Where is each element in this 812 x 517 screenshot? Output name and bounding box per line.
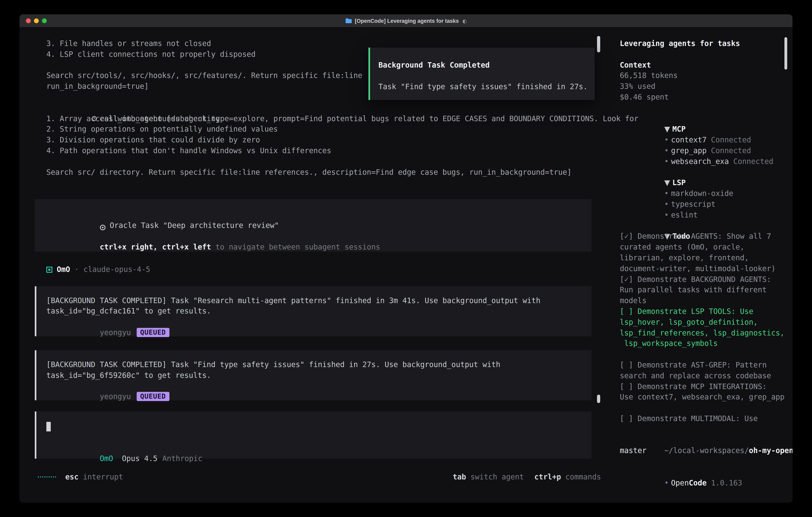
bullet-icon: • (664, 200, 671, 208)
blank-line (620, 349, 784, 360)
hint-text: to navigate between subagent sessions (211, 243, 380, 251)
todo-line-active: [ ] Demonstrate LSP TOOLS: Use (620, 306, 784, 317)
blank-line (46, 432, 591, 443)
close-button[interactable] (26, 19, 31, 23)
app-name-bold: Code (689, 479, 707, 487)
zoom-button[interactable] (42, 19, 47, 23)
context-tokens: 66,518 tokens (620, 71, 784, 81)
mcp-heading: MCP (672, 125, 686, 133)
context-heading: Context (620, 60, 784, 71)
mcp-name: websearch_exa (671, 157, 729, 166)
collapse-triangle-icon: ▼ (664, 179, 672, 187)
mcp-section-header[interactable]: ▼ MCP (620, 113, 784, 124)
tool-call-args: [subagent_type=explore, prompt=Find pote… (162, 114, 639, 123)
tool-call-line: ⚙ call_omo_agent [subagent_type=explore,… (46, 103, 611, 113)
status-badge: QUEUED (137, 328, 169, 337)
scrollbar-thumb[interactable] (597, 394, 600, 403)
input-provider-name: Anthropic (162, 454, 202, 462)
bullet-icon: • (664, 157, 671, 166)
todo-line: document-writer, multimodal-looker) (620, 263, 784, 274)
spinner: ········· (37, 472, 56, 483)
window-content: 3. File handles or streams not closed 4.… (20, 28, 792, 503)
blank-line (378, 71, 587, 82)
tab-key-label: switch agent (470, 472, 524, 483)
agent-icon (46, 267, 52, 272)
context-used: 33% used (620, 81, 784, 92)
agent-name: OmO (57, 264, 70, 275)
toast-title: Background Task Completed (378, 60, 587, 71)
bullet-icon: • (664, 211, 671, 219)
todo-line-active: lsp_find_references, lsp_diagnostics, (620, 328, 784, 338)
oracle-task-hint: ctrl+x right, ctrl+x left to navigate be… (46, 231, 591, 242)
mcp-name: grep_app (671, 146, 706, 155)
message-line: [BACKGROUND TASK COMPLETED] Task "Resear… (46, 295, 591, 306)
minimize-button[interactable] (34, 19, 39, 23)
oracle-task-title: Oracle Task "Deep architecture review" (110, 221, 279, 229)
oracle-icon (100, 225, 105, 230)
statusbar: ········· esc interrupt tab switch agent… (37, 472, 601, 483)
mcp-name: context7 (671, 136, 706, 144)
message-meta: yeongyuQUEUED (46, 317, 591, 327)
todo-line: models (620, 296, 784, 306)
oracle-task-panel[interactable]: Oracle Task "Deep architecture review" c… (35, 199, 591, 251)
lsp-heading: LSP (672, 179, 686, 187)
commands-key-label: commands (566, 472, 601, 483)
status-badge: QUEUED (137, 392, 169, 401)
prompt-input[interactable]: OmOOpus 4.5Anthropic (35, 412, 591, 459)
app-name: Open (671, 479, 689, 487)
bullet-icon: • (664, 136, 671, 144)
hint-keys: ctrl+x right, ctrl+x left (100, 243, 211, 251)
toast-notification: Background Task Completed Task "Find typ… (369, 48, 594, 100)
blank-line (620, 424, 784, 435)
blank-line (620, 49, 784, 60)
titlebar[interactable]: [OpenCode] Leveraging agents for tasks ◐ (20, 15, 792, 28)
message-line: task_id="bg_6f59260c" to get results. (46, 370, 591, 381)
terminal-window: [OpenCode] Leveraging agents for tasks ◐… (19, 14, 793, 503)
chat-pane: 3. File handles or streams not closed 4.… (20, 28, 611, 503)
esc-key-label: interrupt (83, 472, 123, 483)
bullet-icon: • (664, 479, 671, 487)
lsp-name: eslint (671, 211, 698, 219)
task-message[interactable]: [BACKGROUND TASK COMPLETED] Task "Find t… (35, 350, 591, 401)
workspace-path-prefix: ~/local-workspaces/ (664, 446, 749, 455)
todo-line-active: lsp_workspace_symbols (620, 338, 784, 349)
lsp-name: typescript (671, 200, 716, 208)
tab-key-hint: tab (453, 472, 466, 483)
scrollbar-thumb[interactable] (784, 37, 787, 70)
sidebar: Leveraging agents for tasks Context 66,5… (611, 28, 792, 503)
blank-line (35, 156, 611, 167)
workspace-path: ~/local-workspaces/oh-my-opencode: (620, 435, 784, 446)
todo-line: [ ] Demonstrate MCP INTEGRATIONS: (620, 381, 784, 392)
prompt-line[interactable] (46, 421, 591, 432)
input-agent-name[interactable]: OmO (100, 454, 113, 462)
input-model-name[interactable]: Opus 4.5 (122, 454, 157, 462)
half-moon-icon: ◐ (462, 18, 467, 24)
scrollbar-thumb[interactable] (597, 36, 600, 52)
collapse-triangle-icon: ▼ (664, 125, 672, 133)
toast-body: Task "Find type safety issues" finished … (378, 81, 587, 92)
todo-line-active: lsp_hover, lsp_goto_definition, (620, 317, 784, 328)
task-message[interactable]: [BACKGROUND TASK COMPLETED] Task "Resear… (35, 286, 591, 336)
todo-line: [✓] Demonstrate AGENTS: Show all 7 (620, 231, 784, 242)
message-meta: yeongyuQUEUED (46, 381, 591, 392)
tool-call-tail-line: Search src/ directory. Return specific f… (46, 167, 611, 178)
agent-model: claude-opus-4-5 (84, 264, 150, 275)
model-line: OmOOpus 4.5Anthropic (46, 443, 591, 454)
todo-line: [ ] Demonstrate MULTIMODAL: Use (620, 413, 784, 424)
window-title-text: [OpenCode] Leveraging agents for tasks (355, 18, 459, 24)
workspace-repo: oh-my-opencode: (749, 446, 792, 455)
desktop: [OpenCode] Leveraging agents for tasks ◐… (0, 0, 812, 517)
agent-header: OmO · claude-opus-4-5 (46, 264, 611, 275)
blank-line (620, 403, 784, 413)
todo-line: [ ] Demonstrate AST-GREP: Pattern (620, 360, 784, 371)
message-line: task_id="bg_dcfac161" to get results. (46, 306, 591, 317)
todo-line: librarian, explore, frontend, (620, 253, 784, 264)
tool-call-list-line: 4. Path operations that don't handle Win… (46, 145, 611, 156)
lsp-name: markdown-oxide (671, 189, 733, 197)
todo-line: Run parallel tasks with different (620, 285, 784, 296)
todo-line: search and replace across codebase (620, 371, 784, 381)
mcp-status: Connected (711, 146, 751, 155)
message-author: yeongyu (100, 328, 131, 337)
session-title: Leveraging agents for tasks (620, 38, 784, 49)
traffic-lights (20, 19, 47, 23)
